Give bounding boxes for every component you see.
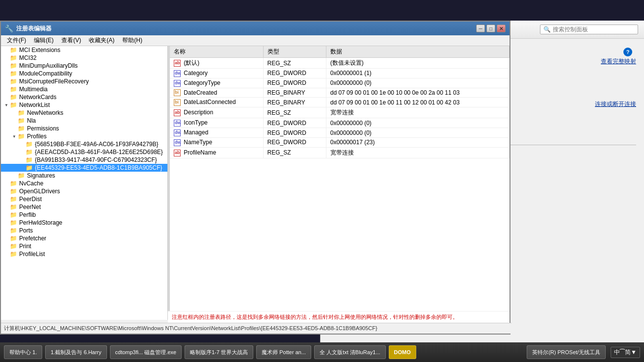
registry-row-3[interactable]: bi DateCreated REG_BINARY dd 07 09 00 01… [170,88,510,98]
taskbar-app-3[interactable]: 略制版序1-7 世界大战高 [185,345,253,359]
tree-item-20[interactable]: 📁PeerNet [1,203,167,211]
cell-type-9: REG_SZ [263,147,326,158]
registry-row-1[interactable]: dw Category REG_DWORD 0x00000001 (1) [170,69,510,78]
status-bar: 计算机\HKEY_LOCAL_MACHINE\SOFTWARE\Microsof… [1,323,511,334]
taskbar-app-0[interactable]: 帮助中心 1. [4,345,42,359]
view-full-map-link[interactable]: 查看完整映射 [601,57,636,66]
taskbar-app-4[interactable]: 魔术师 Potter an... [256,345,311,359]
taskbar-app-1[interactable]: 1.截制及告与 6.Harry [45,345,107,359]
folder-icon-13: 📁 [26,149,33,155]
cell-type-1: REG_DWORD [263,69,326,78]
status-path: 计算机\HKEY_LOCAL_MACHINE\SOFTWARE\Microsof… [4,325,377,332]
search-input[interactable] [553,26,635,33]
menu-favorites[interactable]: 收藏夹(A) [85,35,118,46]
tree-item-17[interactable]: 📁NvCache [1,180,167,187]
tree-label-22: PerHwIdStorage [19,219,62,226]
tree-item-19[interactable]: 📁PeerDist [1,195,167,203]
search-box[interactable]: 🔍 [540,25,638,34]
tree-item-10[interactable]: 📁Permissions [1,125,167,132]
tree-item-14[interactable]: 📁{BA991B33-9417-4847-90FC-C679042323CF} [1,156,167,164]
cell-type-5: REG_SZ [263,107,326,118]
app-title: 注册表编辑器 [16,25,52,33]
tree-item-26[interactable]: 📁ProfileList [1,250,167,258]
menu-edit[interactable]: 编辑(E) [30,35,57,46]
cell-type-7: REG_DWORD [263,128,326,138]
cell-data-8: 0x00000017 (23) [326,137,509,147]
tree-label-9: Nla [27,117,36,124]
registry-row-0[interactable]: ab (默认) REG_SZ (数值未设置) [170,58,510,69]
cell-name-4: bi DateLastConnected [170,98,263,107]
registry-row-7[interactable]: dw Managed REG_DWORD 0x00000000 (0) [170,128,510,138]
tree-label-20: PeerNet [19,204,41,210]
tree-item-23[interactable]: 📁Ports [1,227,167,234]
menu-file[interactable]: 文件(F) [3,35,30,46]
close-button[interactable]: ✕ [497,25,506,32]
tree-item-9[interactable]: 📁Nla [1,117,167,125]
note-text: 注意红框内的注册表路径，这是找到多余网络链接的方法，然后针对你上网使用的网络情况… [172,314,458,320]
ime-indicator[interactable]: 中⁀简▼ [611,347,640,358]
menu-help[interactable]: 帮助(H) [118,35,146,46]
tree-item-0[interactable]: 📁MCI Extensions [1,46,167,54]
tree-item-5[interactable]: 📁Multimedia [1,85,167,93]
tree-item-2[interactable]: 📁MiniDumpAuxiliaryDlls [1,62,167,70]
tree-item-18[interactable]: 📁OpenGLDrivers [1,187,167,195]
tree-item-21[interactable]: 📁Perflib [1,211,167,219]
menu-view[interactable]: 查看(V) [57,35,85,46]
tree-item-1[interactable]: 📁MCI32 [1,54,167,62]
folder-icon-11: 📁 [18,133,26,140]
tree-arrow-11: ▼ [11,134,18,139]
tree-item-15[interactable]: 📁{EE445329-EE53-4ED5-ADB8-1C1B9BA905CF} [1,164,167,172]
cell-data-7: 0x00000000 (0) [326,128,509,138]
col-type: 类型 [263,46,326,58]
folder-icon-21: 📁 [10,211,18,218]
registry-row-6[interactable]: dw IconType REG_DWORD 0x00000000 (0) [170,118,510,128]
tree-item-11[interactable]: ▼📁Profiles [1,132,167,140]
tree-item-7[interactable]: ▼📁NetworkList [1,101,167,109]
cell-name-5: ab Description [170,107,263,118]
tree-item-12[interactable]: 📁{568519BB-F3EE-49A6-AC06-1F93FA94279B} [1,140,167,148]
taskbar-app-2[interactable]: cdtomp3fi... 磁盘管理.exe [110,345,182,359]
folder-icon-10: 📁 [18,125,26,132]
tree-panel[interactable]: 📁MCI Extensions 📁MCI32 📁MiniDumpAuxiliar… [1,46,168,320]
registry-row-2[interactable]: dw CategoryType REG_DWORD 0x00000000 (0) [170,78,510,88]
tree-label-5: Multimedia [19,86,48,93]
registry-row-4[interactable]: bi DateLastConnected REG_BINARY dd 07 09… [170,98,510,107]
registry-row-9[interactable]: ab ProfileName REG_SZ 宽带连接 [170,147,510,158]
cell-data-2: 0x00000000 (0) [326,78,509,88]
tree-item-25[interactable]: 📁Print [1,242,167,250]
cell-data-6: 0x00000000 (0) [326,118,509,128]
folder-icon-19: 📁 [10,196,18,203]
tree-label-3: ModuleCompatibility [19,70,72,77]
registry-editor-window: 🔧 注册表编辑器 ─ □ ✕ 文件(F) 编辑(E) 查看(V) 收藏夹(A) … [0,21,510,335]
registry-row-5[interactable]: ab Description REG_SZ 宽带连接 [170,107,510,118]
folder-icon-16: 📁 [18,172,26,179]
tree-item-4[interactable]: 📁MsiCorruptedFileRecovery [1,78,167,85]
taskbar-app-5[interactable]: 全 人文版txt 清BluRay1... [314,345,385,359]
tree-label-21: Perflib [19,211,36,218]
tree-item-13[interactable]: 📁{AEEACD5D-A13B-461F-9A4B-12E6E25D698E} [1,148,167,156]
values-panel[interactable]: 名称 类型 数据 ab (默认) REG_SZ (数值未设置) dw Categ… [170,46,510,320]
wireless-tool-app[interactable]: 英特尔(R) PROSet/无线工具 [527,345,606,359]
folder-icon-5: 📁 [10,86,18,93]
connect-disconnect-link[interactable]: 连接或断开连接 [595,101,636,107]
cell-data-0: (数值未设置) [326,58,509,69]
tree-item-3[interactable]: 📁ModuleCompatibility [1,70,167,78]
minimize-button[interactable]: ─ [476,25,485,32]
tree-label-2: MiniDumpAuxiliaryDlls [19,62,78,69]
folder-icon-0: 📁 [10,47,18,53]
tree-item-6[interactable]: 📁NetworkCards [1,93,167,101]
tree-item-16[interactable]: 📁Signatures [1,172,167,180]
registry-row-8[interactable]: dw NameType REG_DWORD 0x00000017 (23) [170,137,510,147]
tree-item-8[interactable]: 📁NewNetworks [1,109,167,117]
tree-item-22[interactable]: 📁PerHwIdStorage [1,219,167,227]
tree-label-13: {AEEACD5D-A13B-461F-9A4B-12E6E25D698E} [35,149,163,155]
cell-type-0: REG_SZ [263,58,326,69]
taskbar-right: 英特尔(R) PROSet/无线工具 中⁀简▼ [527,345,640,359]
maximize-button[interactable]: □ [486,25,495,32]
tree-item-24[interactable]: 📁Prefetcher [1,234,167,242]
registry-note: 注意红框内的注册表路径，这是找到多余网络链接的方法，然后针对你上网使用的网络情况… [170,311,510,320]
folder-icon-22: 📁 [10,219,18,226]
help-icon[interactable]: ? [623,48,632,56]
folder-icon-3: 📁 [10,70,18,77]
taskbar-app-domo[interactable]: DOMO [389,345,416,359]
